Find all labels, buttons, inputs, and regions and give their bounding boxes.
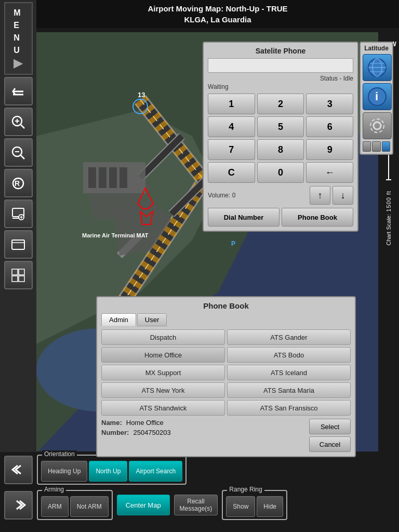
phone-book-info: Name: Home Office Number: 2504750203 (101, 419, 306, 436)
pb-entry-home-office[interactable]: Home Office (101, 347, 225, 363)
phone-book-open-button[interactable]: Phone Book (282, 208, 353, 227)
tab-admin[interactable]: Admin (101, 313, 136, 326)
phone-key-6[interactable]: 6 (306, 116, 353, 137)
svg-rect-46 (119, 167, 127, 188)
latitude-panel: Latitude i (360, 42, 393, 155)
pb-entry-mx-support[interactable]: MX Support (101, 365, 225, 380)
panel-button[interactable] (4, 230, 33, 259)
volume-row: Volume: 0 ↑ ↓ (208, 186, 353, 205)
zoom-in-button[interactable] (4, 108, 33, 136)
orientation-group: Orientation Heading Up North Up Airport … (37, 455, 187, 485)
phone-waiting: Waiting (208, 83, 353, 90)
heading-up-button[interactable]: Heading Up (41, 461, 87, 482)
svg-point-63 (370, 119, 384, 132)
phone-key-5[interactable]: 5 (257, 116, 304, 137)
lat-small-btn-1[interactable] (363, 141, 371, 152)
pb-entry-ats-shandwick[interactable]: ATS Shandwick (101, 400, 225, 416)
recall-messages-label: RecallMessage(s) (180, 498, 212, 513)
airport-search-button[interactable]: Airport Search (129, 461, 182, 482)
svg-line-7 (21, 155, 24, 159)
number-value: 2504750203 (133, 429, 170, 436)
pb-entry-ats-santa-maria[interactable]: ATS Santa Maria (227, 382, 351, 398)
phone-key-1[interactable]: 1 (208, 94, 255, 114)
layers-button[interactable] (4, 200, 33, 228)
left-sidebar: MENU ▶ R (0, 0, 36, 452)
phone-key-7[interactable]: 7 (208, 139, 255, 160)
range-ring-buttons: Show Hide (226, 496, 283, 517)
phone-display[interactable] (208, 58, 353, 73)
pb-entry-ats-gander[interactable]: ATS Gander (227, 329, 351, 345)
center-map-button[interactable]: Center Map (117, 495, 170, 515)
volume-label: Volume: 0 (208, 192, 235, 199)
phone-book-title: Phone Book (101, 301, 351, 310)
svg-rect-44 (99, 167, 107, 188)
phone-book-dialog: Phone Book Admin User Dispatch ATS Gande… (96, 296, 356, 457)
volume-down-button[interactable]: ↓ (332, 186, 353, 205)
back-button[interactable] (4, 77, 33, 105)
hide-button[interactable]: Hide (257, 496, 283, 517)
phone-key-0[interactable]: 0 (257, 162, 304, 183)
phone-key-2[interactable]: 2 (257, 94, 304, 114)
number-label: Number: (101, 429, 129, 436)
phone-keypad: 1 2 3 4 5 6 7 8 9 C 0 ← (208, 94, 353, 183)
not-arm-button[interactable]: Not ARM (70, 496, 109, 517)
select-button[interactable]: Select (309, 419, 351, 434)
tab-user[interactable]: User (137, 313, 167, 326)
menu-button[interactable]: MENU ▶ (4, 2, 33, 75)
recall-messages-button[interactable]: RecallMessage(s) (174, 495, 218, 515)
arm-button[interactable]: ARM (41, 496, 69, 517)
zoom-out-button[interactable] (4, 138, 33, 167)
pb-entry-ats-san-fransisco[interactable]: ATS San Fransisco (227, 400, 351, 416)
svg-rect-18 (12, 269, 18, 275)
arming-label: Arming (42, 486, 66, 493)
chart-scale-title: Chart Scale: (385, 214, 392, 246)
phone-key-3[interactable]: 3 (306, 94, 353, 114)
phone-status: Status - Idle (208, 75, 353, 82)
pb-entry-ats-new-york[interactable]: ATS New York (101, 382, 225, 398)
phone-book-tabs: Admin User (101, 313, 351, 326)
latitude-globe-button[interactable] (363, 54, 392, 81)
header-line2: KLGA, La Guardia (36, 14, 399, 25)
latitude-title: Latitude (363, 45, 390, 52)
svg-rect-45 (109, 167, 117, 188)
bottom-bar: Orientation Heading Up North Up Airport … (0, 451, 399, 532)
orientation-buttons: Heading Up North Up Airport Search (41, 461, 182, 482)
grid-button[interactable] (4, 261, 33, 289)
phone-key-clear[interactable]: C (208, 162, 255, 183)
phone-key-9[interactable]: 9 (306, 139, 353, 160)
phone-key-backspace[interactable]: ← (306, 162, 353, 183)
bottom-row2: Arming ARM Not ARM Center Map RecallMess… (0, 488, 399, 522)
pb-entry-ats-iceland[interactable]: ATS Iceland (227, 365, 351, 380)
svg-line-3 (21, 125, 24, 128)
arming-group: Arming ARM Not ARM (37, 490, 113, 520)
phone-action-row: Dial Number Phone Book (208, 208, 353, 227)
back-nav-button[interactable] (4, 456, 33, 484)
satellite-phone-dialog: Satelite Phone Status - Idle Waiting 1 2… (203, 42, 358, 232)
svg-rect-20 (12, 276, 18, 282)
lat-small-btn-3[interactable] (382, 141, 390, 152)
pb-entry-dispatch[interactable]: Dispatch (101, 329, 225, 345)
chart-scale-label: 1500 ft (385, 191, 392, 212)
phone-book-entries: Dispatch ATS Gander Home Office ATS Bodo… (101, 329, 351, 416)
north-up-button[interactable]: North Up (89, 461, 127, 482)
reset-button[interactable]: R (4, 169, 33, 197)
pb-entry-ats-bodo[interactable]: ATS Bodo (227, 347, 351, 363)
cancel-button[interactable]: Cancel (309, 436, 351, 452)
latitude-info-button[interactable]: i (363, 83, 392, 110)
latitude-gear-button[interactable] (363, 112, 392, 139)
svg-rect-16 (12, 240, 24, 249)
phone-key-4[interactable]: 4 (208, 116, 255, 137)
range-ring-label: Range Ring (227, 486, 264, 493)
lat-small-btn-2[interactable] (372, 141, 380, 152)
show-button[interactable]: Show (226, 496, 255, 517)
page-header: Airport Moving Map: North-Up - TRUE KLGA… (36, 0, 399, 28)
range-ring-group: Range Ring Show Hide (222, 490, 287, 520)
volume-controls: ↑ ↓ (310, 186, 353, 205)
name-label: Name: (101, 419, 122, 427)
dial-number-button[interactable]: Dial Number (208, 208, 280, 227)
volume-up-button[interactable]: ↑ (310, 186, 330, 205)
forward-nav-button[interactable] (4, 491, 33, 520)
phone-book-actions: Select Cancel (309, 419, 351, 452)
svg-text:R: R (15, 179, 20, 188)
phone-key-8[interactable]: 8 (257, 139, 304, 160)
